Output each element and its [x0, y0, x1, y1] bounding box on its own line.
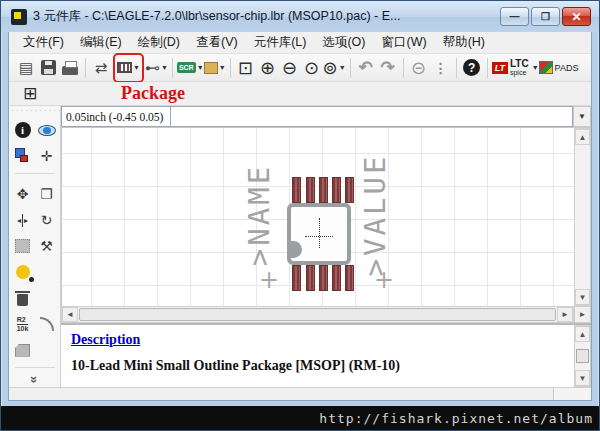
menu-view[interactable]: 查看(V) [188, 32, 246, 53]
command-input[interactable] [171, 106, 573, 127]
menu-window[interactable]: 窗口(W) [374, 32, 435, 53]
arc-tool[interactable] [35, 311, 59, 337]
horizontal-scrollbar[interactable]: ◄ ► [61, 306, 574, 323]
zoom-in-icon[interactable]: ⊕ [257, 56, 279, 80]
collapse-palette-button[interactable]: » [31, 372, 38, 387]
secondary-toolbar: ⊞ Package [9, 82, 591, 106]
zoom-redraw-icon[interactable]: ⊚▼ [323, 56, 346, 80]
scrollbar-corner: ► [574, 306, 591, 323]
ltc-spice-button[interactable]: LT LTCspice ▼ [492, 56, 539, 80]
empty-cell [35, 337, 59, 363]
menu-bar: 文件(F) 编辑(E) 绘制(D) 查看(V) 元件库(L) 选项(O) 窗口(… [9, 32, 591, 54]
layers-icon [15, 148, 31, 164]
menu-library[interactable]: 元件库(L) [246, 32, 315, 53]
move-tool[interactable]: ✥ [11, 181, 35, 207]
mark-tool[interactable]: ✛ [35, 143, 59, 169]
description-link[interactable]: Description [71, 332, 140, 347]
name-placeholder-text[interactable]: >NAME [242, 164, 276, 266]
command-dropdown-button[interactable]: ▼ [573, 106, 591, 127]
editor-canvas[interactable]: >NAME >VALUE + + [61, 128, 574, 306]
ulp-icon [204, 62, 218, 74]
watermark-url: http://fishark.pixnet.net/album [319, 411, 593, 426]
close-button[interactable]: ✕ [562, 7, 591, 26]
zoom-fit-icon[interactable]: ⊡ [235, 56, 257, 80]
pad-tool[interactable] [11, 259, 35, 285]
smd-pad[interactable] [332, 265, 341, 291]
main-toolbar: ▤ ⇄ ▼ ⊷▼ SCR▼ ▼ ⊡ ⊕ ⊖ ⊙ ⊚▼ ↶ ↷ ⊝ ⋮ ? [9, 54, 591, 82]
smd-pad[interactable] [319, 265, 328, 291]
grid-icon[interactable]: ⊞ [19, 82, 41, 106]
print-icon[interactable] [59, 56, 81, 80]
smd-pad[interactable] [345, 265, 354, 291]
copy-tool[interactable]: ❐ [35, 181, 59, 207]
name-value-tool[interactable]: R210k [11, 311, 35, 337]
chevron-down-icon: ▼ [161, 64, 168, 71]
chevron-down-icon: ▼ [133, 64, 140, 71]
polygon-tool[interactable] [11, 337, 35, 363]
menu-options[interactable]: 选项(O) [314, 32, 373, 53]
text-origin-cross: + [259, 266, 279, 294]
smd-pad[interactable] [292, 265, 301, 291]
menu-help[interactable]: 帮助(H) [435, 32, 493, 53]
package-highlight-box: ▼ [113, 53, 144, 83]
minimize-button[interactable]: — [500, 7, 529, 26]
run-ulp-icon[interactable]: ▼ [204, 56, 226, 80]
scroll-right-button[interactable]: ► [557, 307, 573, 322]
stop-icon[interactable]: ⊝ [408, 56, 430, 80]
smd-pad[interactable] [319, 177, 328, 203]
rotate-tool[interactable]: ↻ [35, 207, 59, 233]
menu-draw[interactable]: 绘制(D) [130, 32, 188, 53]
trash-icon [17, 294, 28, 306]
pads-button[interactable]: PADS [539, 56, 579, 80]
display-layers-tool[interactable] [35, 117, 59, 143]
scroll-up-button[interactable]: ▲ [575, 129, 590, 145]
smd-pad[interactable] [306, 265, 315, 291]
zoom-out-icon[interactable]: ⊖ [279, 56, 301, 80]
save-icon[interactable] [37, 56, 59, 80]
scroll-down-button[interactable]: ▼ [575, 289, 590, 305]
change-tool[interactable]: ⚒ [35, 233, 59, 259]
edit-package-icon[interactable]: ▼ [117, 56, 140, 80]
help-icon[interactable]: ? [461, 56, 483, 80]
vertical-scrollbar[interactable]: ▲ ▼ [574, 128, 591, 306]
menu-file[interactable]: 文件(F) [15, 32, 72, 53]
tool-palette: ·················· i ✛ ✥ ❐ ◂▸ ↻ ⚒ [9, 106, 61, 387]
run-script-icon[interactable]: SCR▼ [177, 56, 204, 80]
info-tool[interactable]: i [11, 117, 35, 143]
zoom-select-icon[interactable]: ⊙ [301, 56, 323, 80]
smd-pad[interactable] [345, 177, 354, 203]
smd-pad[interactable] [332, 177, 341, 203]
mirror-tool[interactable]: ◂▸ [11, 207, 35, 233]
scrollbar-thumb[interactable] [576, 349, 589, 363]
package-annotation: Package [121, 83, 185, 104]
scroll-down-button[interactable]: ▼ [575, 370, 590, 386]
swap-library-icon[interactable]: ⇄ [90, 56, 112, 80]
open-library-icon[interactable]: ▤ [15, 56, 37, 80]
printer-icon [62, 66, 78, 75]
description-scrollbar[interactable]: ▲ ▼ [574, 325, 591, 387]
chevron-down-icon: ▼ [532, 64, 539, 71]
empty-cell [35, 259, 59, 285]
script-icon: SCR [177, 62, 196, 73]
smd-pad[interactable] [292, 177, 301, 203]
scrollbar-thumb[interactable] [79, 308, 556, 321]
layer-settings-tool[interactable] [11, 143, 35, 169]
scroll-left-button[interactable]: ◄ [62, 307, 78, 322]
undo-icon[interactable]: ↶ [355, 56, 377, 80]
smd-pad[interactable] [306, 177, 315, 203]
status-cell [553, 388, 591, 400]
restore-button[interactable]: ❐ [531, 7, 560, 26]
floppy-icon [41, 60, 56, 75]
title-bar[interactable]: 3 元件库 - C:\EAGLE-7.2.0\lbr\sensor-chip.l… [1, 1, 599, 32]
arc-icon [40, 317, 54, 331]
toolbar-separator [230, 58, 231, 78]
scroll-up-button[interactable]: ▲ [575, 326, 590, 342]
menu-edit[interactable]: 编辑(E) [72, 32, 130, 53]
delete-tool[interactable] [11, 285, 35, 311]
description-panel: Description 10-Lead Mini Small Outline P… [61, 325, 574, 387]
value-placeholder-text[interactable]: >VALUE [358, 154, 392, 277]
chevron-down-icon: ▼ [219, 64, 226, 71]
edit-device-icon[interactable]: ⊷▼ [145, 56, 168, 80]
redo-icon[interactable]: ↷ [377, 56, 399, 80]
rect-tool[interactable] [11, 233, 35, 259]
